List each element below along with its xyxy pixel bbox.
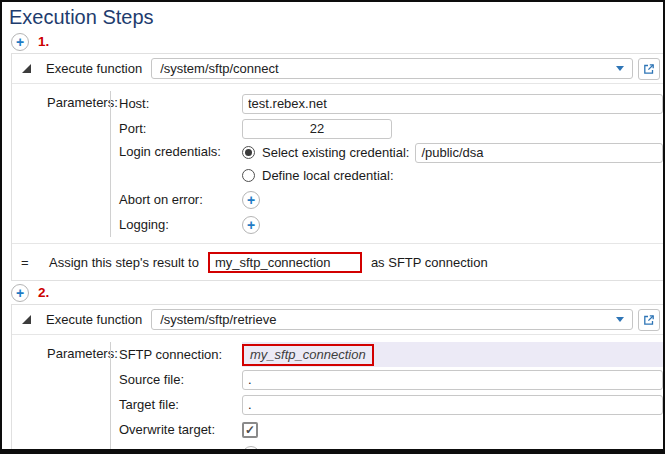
plus-icon: +: [247, 218, 255, 232]
parameters-fields: Host: Port: Login credentials: Select ex…: [110, 91, 663, 237]
param-row-login-credentials: Login credentials: Select existing crede…: [119, 141, 663, 187]
add-abort-option-button[interactable]: +: [242, 191, 260, 209]
page-title: Execution Steps: [9, 6, 663, 29]
abort-on-error-label: Abort on error:: [119, 447, 242, 454]
function-path-combobox[interactable]: /system/sftp/retrieve: [151, 309, 633, 330]
existing-credential-option: Select existing credential:: [242, 141, 663, 164]
execution-steps-page: { "page": { "title": "Execution Steps" }…: [0, 0, 665, 454]
parameters-label: Parameters:: [12, 91, 110, 237]
target-file-input[interactable]: [242, 395, 663, 415]
assign-operator: =: [21, 255, 49, 270]
sftp-connection-label: SFTP connection:: [119, 347, 242, 362]
assign-type-text: as SFTP connection: [371, 255, 488, 270]
function-path-value: /system/sftp/retrieve: [160, 312, 616, 327]
param-row-logging: Logging: +: [119, 212, 663, 237]
param-row-target-file: Target file:: [119, 392, 663, 417]
function-path-value: /system/sftp/connect: [160, 61, 616, 76]
step-number: 2.: [38, 285, 49, 300]
host-label: Host:: [119, 96, 242, 111]
param-row-abort: Abort on error: +: [119, 442, 663, 454]
add-step-row-2: + 2.: [11, 283, 663, 302]
param-row-sftp-connection: SFTP connection: my_sftp_connection: [119, 342, 663, 367]
existing-credential-radio[interactable]: [242, 146, 255, 159]
external-link-icon: [643, 63, 655, 75]
execute-function-row: Execute function /system/sftp/retrieve: [12, 305, 663, 335]
plus-icon: +: [16, 286, 24, 300]
open-function-button[interactable]: [638, 58, 660, 80]
execute-function-row: Execute function /system/sftp/connect: [12, 54, 663, 84]
source-file-label: Source file:: [119, 372, 242, 387]
plus-icon: +: [247, 193, 255, 207]
triangle-expander-icon[interactable]: [22, 315, 31, 324]
triangle-expander-icon[interactable]: [22, 64, 31, 73]
credential-input[interactable]: [415, 143, 663, 163]
assign-result-input[interactable]: [208, 252, 362, 273]
target-file-label: Target file:: [119, 397, 242, 412]
existing-credential-label: Select existing credential:: [262, 145, 409, 160]
sftp-connection-field[interactable]: my_sftp_connection: [242, 342, 663, 367]
port-label: Port:: [119, 121, 242, 136]
chevron-down-icon[interactable]: [616, 317, 624, 322]
host-input[interactable]: [242, 94, 663, 114]
local-credential-radio[interactable]: [242, 169, 255, 182]
parameters-section: Parameters: Host: Port: Login credential…: [12, 84, 663, 243]
param-row-port: Port:: [119, 116, 663, 141]
execute-function-label: Execute function: [46, 312, 142, 327]
param-row-source-file: Source file:: [119, 367, 663, 392]
source-file-input[interactable]: [242, 370, 663, 390]
local-credential-option: Define local credential:: [242, 164, 663, 187]
plus-icon: +: [247, 448, 255, 454]
port-input[interactable]: [242, 119, 392, 139]
step-2-box: Execute function /system/sftp/retrieve P…: [11, 304, 663, 454]
overwrite-target-label: Overwrite target:: [119, 422, 242, 437]
execute-function-label: Execute function: [46, 61, 142, 76]
add-abort-option-button[interactable]: +: [242, 446, 260, 454]
assign-text: Assign this step's result to: [49, 255, 199, 270]
external-link-icon: [643, 314, 655, 326]
overwrite-target-checkbox[interactable]: ✓: [242, 422, 258, 438]
param-row-abort: Abort on error: +: [119, 187, 663, 212]
add-step-row-1: + 1.: [11, 32, 663, 51]
parameters-label: Parameters:: [12, 342, 110, 454]
parameters-fields: SFTP connection: my_sftp_connection Sour…: [110, 342, 663, 454]
checkmark-icon: ✓: [245, 424, 255, 436]
step-number: 1.: [38, 34, 49, 49]
login-credentials-label: Login credentials:: [119, 141, 242, 159]
sftp-connection-value[interactable]: my_sftp_connection: [242, 344, 374, 366]
plus-icon: +: [16, 35, 24, 49]
param-row-host: Host:: [119, 91, 663, 116]
add-logging-option-button[interactable]: +: [242, 216, 260, 234]
chevron-down-icon[interactable]: [616, 66, 624, 71]
step-1-box: Execute function /system/sftp/connect Pa…: [11, 53, 663, 281]
function-path-combobox[interactable]: /system/sftp/connect: [151, 58, 633, 79]
local-credential-label: Define local credential:: [262, 168, 394, 183]
add-step-button[interactable]: +: [11, 284, 29, 302]
parameters-section: Parameters: SFTP connection: my_sftp_con…: [12, 335, 663, 454]
logging-label: Logging:: [119, 217, 242, 232]
open-function-button[interactable]: [638, 309, 660, 331]
add-step-button[interactable]: +: [11, 33, 29, 51]
assign-result-row: = Assign this step's result to as SFTP c…: [12, 243, 663, 280]
param-row-overwrite: Overwrite target: ✓: [119, 417, 663, 442]
abort-on-error-label: Abort on error:: [119, 192, 242, 207]
